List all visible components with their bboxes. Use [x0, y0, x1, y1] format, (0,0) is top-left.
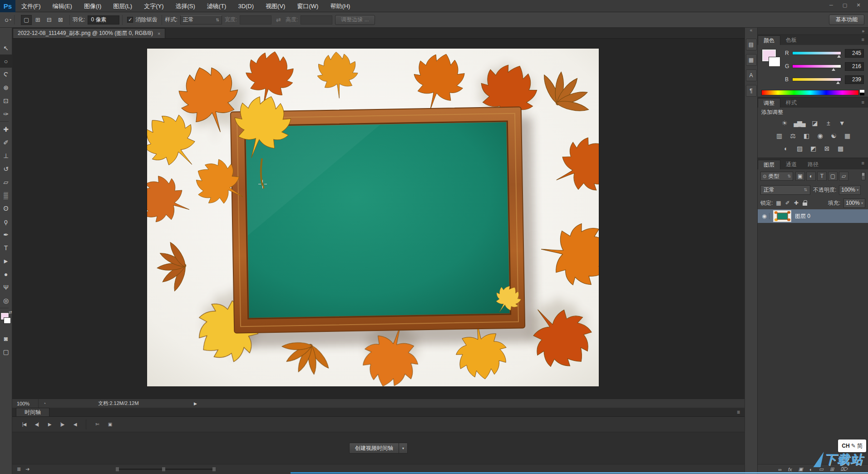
selective-color-icon[interactable]: ▩ — [836, 145, 844, 152]
feather-input[interactable]: 0 像素 — [88, 15, 119, 25]
style-dropdown[interactable]: 正常 ⇅ — [180, 15, 222, 25]
canvas-artwork[interactable] — [147, 49, 599, 386]
menu-help[interactable]: 帮助(H) — [324, 3, 356, 10]
crop-tool[interactable]: ⊡ — [0, 94, 12, 107]
gradient-tool[interactable]: ▒ — [0, 188, 12, 202]
channel-value-input[interactable]: 216 — [845, 62, 864, 71]
background-color-swatch[interactable] — [769, 57, 780, 67]
workspace-switcher-button[interactable]: 基本功能 — [829, 15, 864, 25]
menu-3d[interactable]: 3D(D) — [232, 3, 260, 10]
antialias-checkbox[interactable]: ✓ — [127, 17, 133, 23]
tab-channels[interactable]: 通道 — [780, 160, 802, 169]
next-frame-button[interactable]: |▶ — [57, 420, 68, 430]
hue-saturation-icon[interactable]: ▥ — [775, 132, 783, 139]
tab-swatches[interactable]: 色板 — [780, 35, 802, 45]
link-layers-icon[interactable]: ∞ — [778, 467, 782, 472]
blur-tool[interactable]: ʘ — [0, 202, 12, 215]
layer-filter-toggle[interactable] — [861, 172, 865, 180]
properties-panel-icon[interactable]: ▦ — [746, 54, 757, 66]
opacity-dropdown[interactable]: 100% ▾ — [839, 185, 861, 195]
black-white-icon[interactable]: ◧ — [802, 132, 810, 139]
dodge-tool[interactable]: ϙ — [0, 215, 12, 228]
tool-preset-picker[interactable]: ○ ▾ — [4, 15, 15, 25]
tab-adjustments[interactable]: 调整 — [758, 98, 780, 108]
color-spectrum-ramp[interactable] — [761, 90, 859, 95]
history-brush-tool[interactable]: ↺ — [0, 162, 12, 175]
channel-slider[interactable] — [792, 64, 841, 68]
subtract-from-selection-mode[interactable]: ⊟ — [44, 15, 54, 25]
type-tool[interactable]: T — [0, 241, 12, 254]
timeline-zoom-slider[interactable] — [116, 469, 216, 470]
photo-filter-icon[interactable]: ◉ — [816, 132, 824, 139]
slider-thumb[interactable] — [836, 81, 840, 84]
layer-visibility-eye-icon[interactable]: ◉ — [760, 213, 769, 219]
quick-selection-tool[interactable]: ⊛ — [0, 81, 12, 94]
threshold-icon[interactable]: ◩ — [809, 145, 817, 152]
menu-file[interactable]: 文件(F) — [15, 3, 47, 10]
background-color-swatch[interactable] — [4, 317, 11, 324]
hand-tool[interactable]: Ψ — [0, 281, 12, 294]
antialias-control[interactable]: ✓ 消除锯齿 — [122, 15, 162, 25]
lasso-tool[interactable]: Ϛ — [0, 68, 12, 81]
layer-row[interactable]: ◉ 图层 0 — [758, 209, 868, 223]
tab-styles[interactable]: 样式 — [780, 98, 802, 108]
restore-button[interactable]: ▢ — [838, 0, 852, 10]
brightness-contrast-icon[interactable]: ☀ — [780, 119, 788, 127]
exposure-icon[interactable]: ± — [824, 119, 832, 127]
path-selection-tool[interactable]: ► — [0, 254, 12, 267]
vibrance-icon[interactable]: ▼ — [838, 119, 846, 127]
swap-colors-icon[interactable]: ⇄ — [9, 310, 12, 315]
status-options-arrow-icon[interactable]: ▶ — [187, 401, 197, 406]
levels-icon[interactable]: ▄▆▄ — [794, 119, 805, 127]
color-lookup-icon[interactable]: ▦ — [843, 132, 851, 139]
lock-position-icon[interactable]: ✚ — [794, 200, 799, 206]
timeline-panel-menu-icon[interactable]: ≡ — [737, 409, 740, 415]
move-tool[interactable]: ↖ — [0, 41, 12, 54]
layers-panel-menu-icon[interactable]: ≡ — [862, 160, 864, 166]
split-clip-button[interactable]: ✄ — [92, 420, 103, 430]
layer-style-icon[interactable]: fx — [788, 467, 792, 472]
menu-view[interactable]: 视图(V) — [260, 3, 291, 10]
timeline-tab[interactable]: 时间轴 — [16, 408, 49, 416]
eraser-tool[interactable]: ▱ — [0, 175, 12, 188]
character-panel-icon[interactable]: A — [746, 69, 757, 81]
expand-dock-icon[interactable]: « — [750, 28, 753, 35]
close-button[interactable]: ✕ — [852, 0, 865, 10]
layer-thumbnail[interactable] — [773, 210, 791, 222]
canvas-area[interactable] — [12, 39, 745, 399]
filter-smart-objects-icon[interactable]: ▱ — [839, 172, 848, 181]
layers-list-empty[interactable] — [758, 223, 868, 464]
history-panel-icon[interactable]: ▤ — [746, 39, 757, 50]
channel-slider[interactable] — [792, 78, 841, 81]
color-balance-icon[interactable]: ⚖ — [789, 132, 797, 139]
fill-dropdown[interactable]: 100% ▾ — [843, 198, 865, 208]
filter-pixel-layers-icon[interactable]: ▣ — [795, 172, 805, 181]
layer-filter-type-dropdown[interactable]: ⊙ 类型 ⇅ — [760, 172, 793, 181]
menu-filter[interactable]: 滤镜(T) — [201, 3, 232, 10]
filter-adjustment-layers-icon[interactable]: ◐ — [806, 172, 816, 181]
new-selection-mode[interactable]: ▢ — [21, 15, 32, 25]
lock-all-icon[interactable] — [803, 202, 807, 206]
channel-value-input[interactable]: 239 — [845, 75, 864, 84]
minimize-button[interactable]: ─ — [824, 0, 838, 10]
screen-mode-button[interactable]: ▢ — [0, 345, 12, 358]
adjustments-panel-menu-icon[interactable]: ≡ — [862, 99, 864, 105]
gradient-map-icon[interactable]: ⊠ — [823, 145, 831, 152]
create-video-timeline-button[interactable]: 创建视频时间轴 — [349, 443, 399, 454]
menu-edit[interactable]: 编辑(E) — [47, 3, 78, 10]
play-button[interactable]: ▶ — [44, 420, 55, 430]
transition-button[interactable]: ▣ — [104, 420, 115, 430]
ellipse-shape-tool[interactable]: ● — [0, 267, 12, 281]
add-to-selection-mode[interactable]: ⊞ — [32, 15, 43, 25]
spot-healing-brush-tool[interactable]: ✚ — [0, 123, 12, 136]
tab-layers[interactable]: 图层 — [758, 160, 780, 169]
zoom-tool[interactable]: ◎ — [0, 294, 12, 307]
elliptical-marquee-tool[interactable]: ○ — [0, 54, 12, 68]
eyedropper-tool[interactable]: ✑ — [0, 107, 12, 120]
menu-layer[interactable]: 图层(L) — [107, 3, 138, 10]
zoom-level-field[interactable]: 100% — [12, 399, 39, 408]
go-first-frame-button[interactable]: |◀ — [19, 420, 30, 430]
add-layer-mask-icon[interactable]: ▣ — [799, 466, 803, 472]
menu-type[interactable]: 文字(Y) — [138, 3, 169, 10]
invert-icon[interactable]: ◐ — [782, 145, 790, 152]
